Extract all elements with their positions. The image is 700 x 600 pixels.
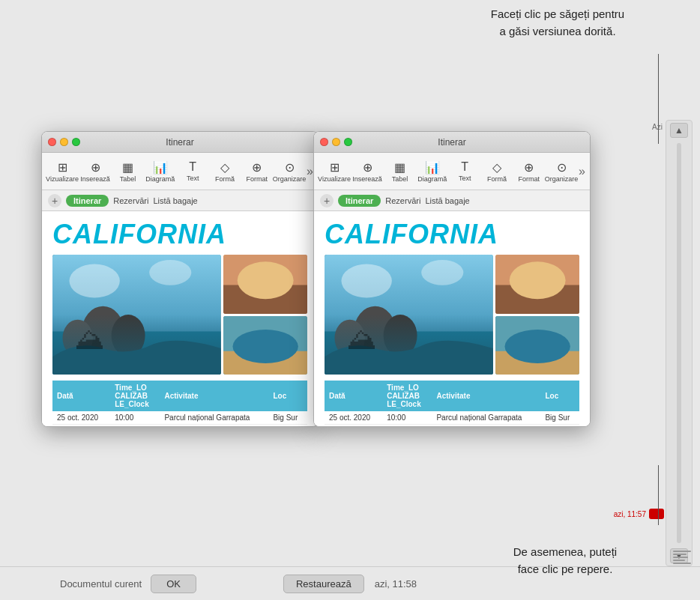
toolbar-insert-right[interactable]: ⊕ Inserează bbox=[351, 158, 383, 185]
svg-point-22 bbox=[509, 261, 565, 299]
marker-line-1 bbox=[673, 551, 691, 552]
toolbar-table-right[interactable]: ▦ Tabel bbox=[384, 158, 415, 185]
tab-bar-right: + Itinerar Rezervări Listă bagaje bbox=[314, 190, 590, 211]
format-icon-right: ⊕ bbox=[524, 160, 534, 175]
marker-line-4 bbox=[673, 560, 685, 561]
marker-line-5 bbox=[673, 563, 691, 564]
annotation-bottom: De asemenea, putețiface clic pe repere. bbox=[475, 544, 655, 578]
toolbar-diagram-left[interactable]: 📊 Diagramă bbox=[145, 158, 176, 185]
toolbar-table-left[interactable]: ▦ Tabel bbox=[112, 158, 143, 185]
photo-main-left bbox=[52, 255, 221, 375]
svg-point-6 bbox=[112, 315, 145, 357]
toolbar-organize-left[interactable]: ⊙ Organizare bbox=[274, 158, 305, 185]
view-icon-right: ⊞ bbox=[330, 160, 340, 175]
bottom-center-area: Restaurează azi, 11:58 bbox=[283, 575, 417, 593]
timeline-track bbox=[677, 143, 681, 543]
traffic-lights-right bbox=[320, 138, 352, 146]
timestamp-label: azi, 11:58 bbox=[375, 578, 417, 590]
photo-top-right-left bbox=[223, 255, 307, 314]
text-icon-right: T bbox=[461, 160, 468, 174]
toolbar-left: ⊞ Vizualizare ⊕ Inserează ▦ Tabel 📊 Diag… bbox=[42, 153, 318, 190]
tab-bagaje-left[interactable]: Listă bagaje bbox=[153, 196, 197, 205]
doc-current-label: Documentul curent bbox=[60, 578, 142, 590]
col-time-left: Time_LOCALIZABLE_Clock bbox=[110, 381, 160, 411]
maximize-button-right[interactable] bbox=[344, 138, 352, 146]
close-button-left[interactable] bbox=[48, 138, 56, 146]
timeline-arrow-up[interactable]: ▲ bbox=[670, 123, 688, 138]
new-tab-button-right[interactable]: + bbox=[320, 194, 334, 207]
california-title-left: CALIFORNIA bbox=[52, 219, 307, 250]
window-right: Itinerar ⊞ Vizualizare ⊕ Inserează ▦ Tab… bbox=[313, 131, 591, 427]
window-left: Itinerar ⊞ Vizualizare ⊕ Inserează ▦ Tab… bbox=[41, 131, 319, 427]
new-tab-button-left[interactable]: + bbox=[48, 194, 61, 207]
svg-point-1 bbox=[69, 264, 119, 298]
timeline-lines bbox=[673, 551, 691, 564]
window-title-left: Itinerar bbox=[166, 137, 193, 148]
photo-top-right-right bbox=[495, 255, 579, 314]
tab-rezervari-left[interactable]: Rezervări bbox=[113, 196, 148, 205]
insert-icon-left: ⊕ bbox=[91, 160, 100, 175]
timeline-label-azi: Azi bbox=[652, 123, 663, 131]
svg-point-19 bbox=[384, 315, 417, 357]
timeline-marker[interactable]: azi, 11:57 bbox=[614, 509, 664, 519]
table-icon-left: ▦ bbox=[122, 160, 133, 175]
close-button-right[interactable] bbox=[320, 138, 328, 146]
svg-point-4 bbox=[82, 306, 124, 357]
col-data-right: Dată bbox=[325, 381, 382, 411]
photo-bottom-right-left bbox=[223, 316, 307, 375]
diagram-icon-left: 📊 bbox=[153, 160, 168, 175]
data-table-left: Dată Time_LOCALIZABLE_Clock Activitate L… bbox=[52, 381, 307, 425]
toolbar-more-right[interactable]: » bbox=[579, 165, 585, 178]
photo-grid-right bbox=[325, 255, 579, 375]
organize-icon-right: ⊙ bbox=[557, 160, 567, 175]
tab-itinerar-left[interactable]: Itinerar bbox=[66, 195, 109, 207]
toolbar-text-right[interactable]: T Text bbox=[450, 158, 480, 184]
ok-button[interactable]: OK bbox=[151, 575, 196, 593]
toolbar-format-left[interactable]: ⊕ Format bbox=[241, 158, 272, 185]
toolbar-diagram-right[interactable]: 📊 Diagramă bbox=[417, 158, 448, 185]
svg-rect-3 bbox=[52, 331, 221, 375]
toolbar-organize-right[interactable]: ⊙ Organizare bbox=[546, 158, 577, 185]
cell-date-right: 25 oct. 2020 bbox=[325, 411, 382, 425]
toolbar-view-left[interactable]: ⊞ Vizualizare bbox=[46, 158, 78, 185]
cell-loc-left: Big Sur bbox=[268, 411, 307, 425]
cell-activity-left: Parcul național Garrapata bbox=[160, 411, 268, 425]
document-content-right: CALIFORNIA bbox=[314, 211, 590, 426]
tab-rezervari-right[interactable]: Rezervări bbox=[385, 196, 420, 205]
view-icon-left: ⊞ bbox=[58, 160, 67, 175]
toolbar-more-left[interactable]: » bbox=[307, 165, 313, 178]
toolbar-insert-left[interactable]: ⊕ Inserează bbox=[79, 158, 111, 185]
marker-dot bbox=[649, 509, 664, 519]
window-title-right: Itinerar bbox=[438, 137, 465, 148]
marker-line-3 bbox=[673, 557, 688, 558]
toolbar-shape-right[interactable]: ◇ Formă bbox=[482, 158, 513, 185]
tab-itinerar-right[interactable]: Itinerar bbox=[338, 195, 381, 207]
svg-rect-16 bbox=[325, 331, 493, 375]
annotation-line-bottom bbox=[658, 465, 659, 525]
document-content-left: CALIFORNIA bbox=[42, 211, 318, 426]
bottom-left-area: Documentul curent OK bbox=[60, 575, 196, 593]
svg-point-12 bbox=[232, 330, 298, 363]
toolbar-text-left[interactable]: T Text bbox=[178, 158, 208, 184]
minimize-button-left[interactable] bbox=[60, 138, 68, 146]
timeline-bar: ▲ ▼ bbox=[666, 120, 693, 566]
restore-button[interactable]: Restaurează bbox=[283, 575, 364, 593]
maximize-button-left[interactable] bbox=[72, 138, 80, 146]
insert-icon-right: ⊕ bbox=[363, 160, 372, 175]
text-icon-left: T bbox=[189, 160, 196, 174]
california-title-right: CALIFORNIA bbox=[325, 219, 579, 250]
marker-line-2 bbox=[673, 554, 687, 555]
format-icon-left: ⊕ bbox=[252, 160, 262, 175]
marker-timestamp: azi, 11:57 bbox=[614, 510, 646, 518]
annotation-bottom-text: De asemenea, putețiface clic pe repere. bbox=[513, 545, 617, 575]
table-icon-right: ▦ bbox=[394, 160, 405, 175]
toolbar-shape-left[interactable]: ◇ Formă bbox=[210, 158, 241, 185]
svg-point-17 bbox=[354, 306, 396, 357]
cell-time-left: 10:00 bbox=[110, 411, 160, 425]
photo-grid-left bbox=[52, 255, 307, 375]
toolbar-view-right[interactable]: ⊞ Vizualizare bbox=[319, 158, 350, 185]
shape-icon-right: ◇ bbox=[492, 160, 501, 175]
minimize-button-right[interactable] bbox=[332, 138, 340, 146]
tab-bagaje-right[interactable]: Listă bagaje bbox=[425, 196, 469, 205]
toolbar-format-right[interactable]: ⊕ Format bbox=[513, 158, 544, 185]
